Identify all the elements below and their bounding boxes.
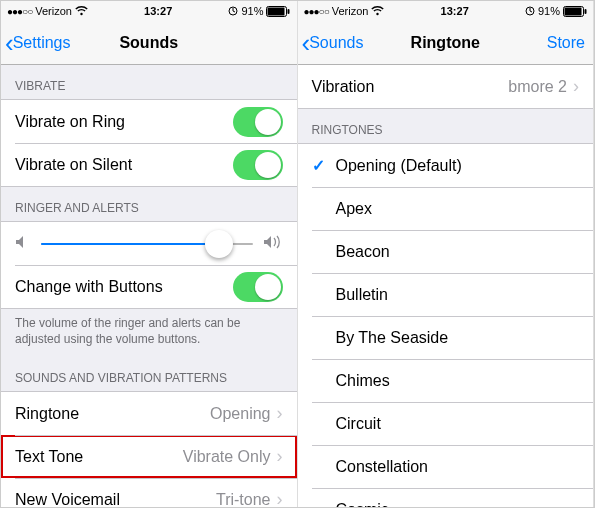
section-header-patterns: SOUNDS AND VIBRATION PATTERNS (1, 357, 297, 391)
row-label: Text Tone (15, 448, 183, 466)
back-button[interactable]: ‹ Sounds (298, 30, 364, 56)
battery-percent-label: 91% (241, 5, 263, 17)
clock-label: 13:27 (144, 5, 172, 17)
ringtone-label: Opening (Default) (336, 157, 580, 175)
row-detail: Vibrate Only (183, 448, 271, 466)
section-header-ringer: RINGER AND ALERTS (1, 187, 297, 221)
speaker-high-icon (263, 235, 283, 253)
vibrate-on-ring-row[interactable]: Vibrate on Ring (1, 100, 297, 143)
rotation-lock-icon (228, 6, 238, 16)
nav-bar: ‹ Sounds Ringtone Store (298, 21, 594, 65)
signal-strength-icon: ●●●○○ (304, 6, 329, 17)
status-bar: ●●●○○ Verizon 13:27 91% (1, 1, 297, 21)
battery-icon (563, 6, 587, 17)
volume-slider-row[interactable] (1, 222, 297, 265)
ringtone-item[interactable]: ✓Cosmic (298, 488, 594, 507)
battery-percent-label: 91% (538, 5, 560, 17)
text-tone-row[interactable]: Text Tone Vibrate Only › (1, 435, 297, 478)
ringtone-item[interactable]: ✓Apex (298, 187, 594, 230)
ringtone-item[interactable]: ✓Bulletin (298, 273, 594, 316)
battery-icon (266, 6, 290, 17)
svg-rect-7 (584, 9, 586, 14)
chevron-right-icon: › (573, 76, 579, 97)
carrier-label: Verizon (35, 5, 72, 17)
ringtone-label: Beacon (336, 243, 580, 261)
signal-strength-icon: ●●●○○ (7, 6, 32, 17)
ringtone-label: Apex (336, 200, 580, 218)
ringtone-item[interactable]: ✓Chimes (298, 359, 594, 402)
ringtone-item[interactable]: ✓Circuit (298, 402, 594, 445)
ringtone-item[interactable]: ✓Opening (Default) (298, 144, 594, 187)
row-detail: Tri-tone (216, 491, 271, 507)
back-button[interactable]: ‹ Settings (1, 30, 70, 56)
wifi-icon (371, 6, 384, 16)
row-label: New Voicemail (15, 491, 216, 507)
checkmark-icon: ✓ (308, 156, 330, 175)
vibrate-on-silent-toggle[interactable] (233, 150, 283, 180)
ringtone-label: Cosmic (336, 501, 580, 508)
ringtone-screen: ●●●○○ Verizon 13:27 91% ‹ Sounds Rington… (298, 1, 595, 507)
sounds-screen: ●●●○○ Verizon 13:27 91% ‹ Settings Sound… (1, 1, 298, 507)
slider-thumb[interactable] (205, 230, 233, 258)
section-header-ringtones: RINGTONES (298, 109, 594, 143)
row-label: Change with Buttons (15, 278, 233, 296)
ringtone-row[interactable]: Ringtone Opening › (1, 392, 297, 435)
ringtone-list: ✓Opening (Default)✓Apex✓Beacon✓Bulletin✓… (298, 143, 594, 507)
svg-rect-6 (564, 7, 581, 15)
ringtone-item[interactable]: ✓By The Seaside (298, 316, 594, 359)
ringtone-item[interactable]: ✓Constellation (298, 445, 594, 488)
status-bar: ●●●○○ Verizon 13:27 91% (298, 1, 594, 21)
new-voicemail-row[interactable]: New Voicemail Tri-tone › (1, 478, 297, 507)
vibration-row[interactable]: Vibration bmore 2 › (298, 65, 594, 108)
ringtone-label: Circuit (336, 415, 580, 433)
row-detail: Opening (210, 405, 271, 423)
row-label: Vibrate on Ring (15, 113, 233, 131)
row-label: Ringtone (15, 405, 210, 423)
svg-rect-2 (268, 7, 285, 15)
back-label: Settings (13, 34, 71, 52)
row-detail: bmore 2 (508, 78, 567, 96)
speaker-low-icon (15, 235, 31, 253)
row-label: Vibrate on Silent (15, 156, 233, 174)
ringtone-label: Chimes (336, 372, 580, 390)
nav-bar: ‹ Settings Sounds (1, 21, 297, 65)
section-header-vibrate: VIBRATE (1, 65, 297, 99)
vibrate-on-ring-toggle[interactable] (233, 107, 283, 137)
svg-rect-3 (288, 9, 290, 14)
volume-slider[interactable] (41, 243, 253, 245)
carrier-label: Verizon (332, 5, 369, 17)
change-with-buttons-row[interactable]: Change with Buttons (1, 265, 297, 308)
ringtone-label: Bulletin (336, 286, 580, 304)
store-button[interactable]: Store (547, 34, 585, 52)
back-label: Sounds (309, 34, 363, 52)
change-with-buttons-toggle[interactable] (233, 272, 283, 302)
clock-label: 13:27 (441, 5, 469, 17)
row-label: Vibration (312, 78, 509, 96)
chevron-right-icon: › (277, 489, 283, 507)
rotation-lock-icon (525, 6, 535, 16)
ringtone-item[interactable]: ✓Beacon (298, 230, 594, 273)
chevron-right-icon: › (277, 403, 283, 424)
wifi-icon (75, 6, 88, 16)
chevron-right-icon: › (277, 446, 283, 467)
ringtone-label: By The Seaside (336, 329, 580, 347)
section-footer-ringer: The volume of the ringer and alerts can … (1, 309, 297, 357)
vibrate-on-silent-row[interactable]: Vibrate on Silent (1, 143, 297, 186)
ringtone-label: Constellation (336, 458, 580, 476)
